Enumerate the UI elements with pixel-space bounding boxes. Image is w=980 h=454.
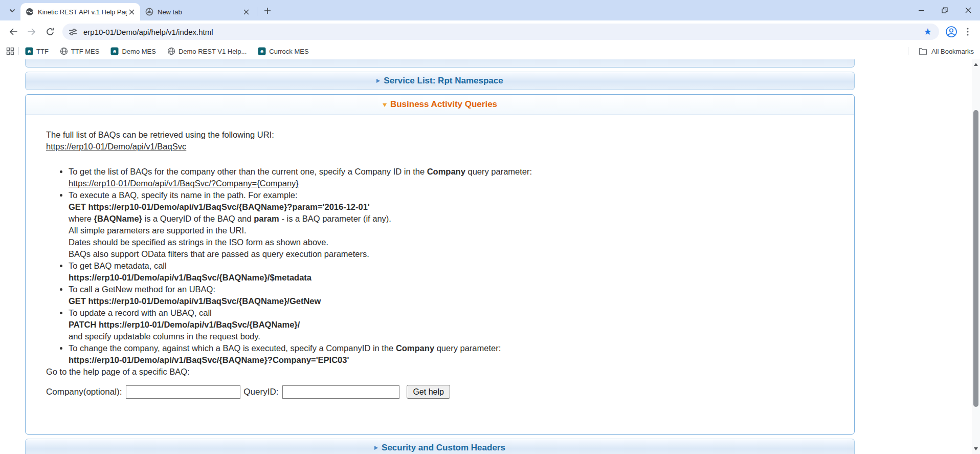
list-item: To get BAQ metadata, callhttps://erp10-0… xyxy=(60,260,834,284)
section-header-security[interactable]: Security and Custom Headers xyxy=(25,439,855,454)
text: All simple parameters are supported in t… xyxy=(69,226,247,235)
epicor-icon: e xyxy=(258,47,266,55)
bookmark-item[interactable]: TTF MES xyxy=(60,47,100,55)
list-line: GET https://erp10-01/Demo/api/v1/BaqSvc/… xyxy=(69,201,834,213)
tab-title: New tab xyxy=(158,8,241,16)
new-tab-button[interactable] xyxy=(261,4,274,17)
list-line: https://erp10-01/Demo/api/v1/BaqSvc/?Com… xyxy=(69,178,834,189)
all-bookmarks-button[interactable]: All Bookmarks xyxy=(904,47,974,55)
list-line: Dates should be specified as strings in … xyxy=(69,236,834,248)
list-item: To get the list of BAQs for the company … xyxy=(60,166,834,189)
window-controls xyxy=(909,0,980,20)
section-header-partial[interactable] xyxy=(25,59,855,68)
text: Dates should be specified as strings in … xyxy=(69,237,328,247)
bookmark-list: eTTFTTF MESeDemo MESDemo REST V1 Help...… xyxy=(25,47,320,55)
list-line: All simple parameters are supported in t… xyxy=(69,225,834,236)
bold-text: {BAQName} xyxy=(94,214,142,223)
list-line: To call a GetNew method for an UBAQ: xyxy=(69,284,834,295)
text: To change the company, against which a B… xyxy=(69,343,396,353)
bookmark-item[interactable]: eCurrock MES xyxy=(258,47,308,55)
restore-button[interactable] xyxy=(933,0,956,20)
baq-section-body: The full list of BAQs can be retrieved u… xyxy=(26,115,854,399)
text: To get BAQ metadata, call xyxy=(69,261,167,270)
svg-text:e: e xyxy=(113,48,116,54)
address-bar[interactable]: erp10-01/Demo/api/help/v1/index.html ★ xyxy=(62,24,939,40)
bookmark-item[interactable]: eDemo MES xyxy=(110,47,155,55)
bold-text: param xyxy=(254,214,279,223)
list-item: To call a GetNew method for an UBAQ:GET … xyxy=(60,284,834,307)
tab-close-icon[interactable] xyxy=(241,7,251,16)
bookmark-star-icon[interactable]: ★ xyxy=(921,26,935,37)
epicor-icon: e xyxy=(110,47,119,55)
scroll-up-arrow[interactable] xyxy=(972,60,980,69)
bookmark-label: Currock MES xyxy=(269,48,308,55)
bookmark-item[interactable]: eTTF xyxy=(25,47,49,55)
company-label: Company(optional): xyxy=(46,386,122,398)
globe-favicon-icon xyxy=(26,8,34,16)
epicor-icon: e xyxy=(25,47,33,55)
list-line: PATCH https://erp10-01/Demo/api/v1/BaqSv… xyxy=(69,319,834,331)
list-line: To update a record with an UBAQ, call xyxy=(69,307,834,319)
bookmarks-separator xyxy=(18,47,19,55)
list-line: GET https://erp10-01/Demo/api/v1/BaqSvc/… xyxy=(69,295,834,307)
text: is a QueryID of the BAQ and xyxy=(142,214,254,223)
company-input[interactable] xyxy=(126,385,240,399)
minimize-button[interactable] xyxy=(909,0,933,20)
baq-service-link[interactable]: https://erp10-01/Demo/api/v1/BaqSvc xyxy=(46,142,186,151)
back-button[interactable] xyxy=(5,23,22,40)
bold-text: https://erp10-01/Demo/api/v1/BaqSvc/{BAQ… xyxy=(69,355,349,364)
expanded-arrow-icon xyxy=(383,103,387,107)
browser-toolbar: erp10-01/Demo/api/help/v1/index.html ★ xyxy=(0,20,980,43)
baq-bullet-list: To get the list of BAQs for the company … xyxy=(60,166,834,366)
get-help-button[interactable]: Get help xyxy=(407,385,450,399)
all-bookmarks-label: All Bookmarks xyxy=(931,48,974,55)
menu-kebab-icon[interactable] xyxy=(960,24,976,40)
url-text[interactable]: erp10-01/Demo/api/help/v1/index.html xyxy=(83,28,921,36)
section-business-activity-queries: Business Activity Queries The full list … xyxy=(25,94,855,435)
list-line: where {BAQName} is a QueryID of the BAQ … xyxy=(69,213,834,225)
globe-icon xyxy=(167,47,175,55)
profile-avatar[interactable] xyxy=(943,24,960,40)
close-window-button[interactable] xyxy=(956,0,980,20)
tab-separator xyxy=(257,7,257,16)
queryid-input[interactable] xyxy=(282,385,399,399)
globe-icon xyxy=(60,47,68,55)
text: - is a BAQ parameter (if any). xyxy=(279,214,391,223)
text: To execute a BAQ, specify its name in th… xyxy=(69,190,298,200)
tab-close-icon[interactable] xyxy=(127,7,136,16)
reload-button[interactable] xyxy=(41,23,59,40)
list-item: To change the company, against which a B… xyxy=(60,342,834,366)
section-header-rpt-namespace[interactable]: Service List: Rpt Namespace xyxy=(25,72,855,90)
forward-button[interactable] xyxy=(23,23,40,40)
tab-title: Kinetic REST API v.1 Help Page xyxy=(38,8,127,16)
apps-grid-icon[interactable] xyxy=(6,47,14,55)
bookmark-label: TTF MES xyxy=(71,48,100,55)
doc-link[interactable]: https://erp10-01/Demo/api/v1/BaqSvc/?Com… xyxy=(69,179,299,188)
bookmark-item[interactable]: Demo REST V1 Help... xyxy=(167,47,247,55)
help-page-content: Service List: Rpt Namespace Business Act… xyxy=(25,59,855,454)
section-header-baq[interactable]: Business Activity Queries xyxy=(26,95,854,115)
bold-text: GET https://erp10-01/Demo/api/v1/BaqSvc/… xyxy=(69,202,370,211)
list-line: https://erp10-01/Demo/api/v1/BaqSvc/{BAQ… xyxy=(69,272,834,284)
collapsed-arrow-icon xyxy=(374,446,378,450)
tab-strip: Kinetic REST API v.1 Help Page New tab xyxy=(0,0,980,20)
bookmarks-bar: eTTFTTF MESeDemo MESDemo REST V1 Help...… xyxy=(0,43,980,59)
chrome-icon xyxy=(145,8,153,16)
list-line: To execute a BAQ, specify its name in th… xyxy=(69,189,834,201)
bookmark-label: Demo REST V1 Help... xyxy=(179,48,247,55)
folder-icon xyxy=(919,48,927,55)
tab-new-tab[interactable]: New tab xyxy=(140,3,255,20)
bookmark-label: Demo MES xyxy=(122,48,155,55)
list-item: To execute a BAQ, specify its name in th… xyxy=(60,189,834,260)
tab-help-page[interactable]: Kinetic REST API v.1 Help Page xyxy=(20,3,140,20)
browser-window: Kinetic REST API v.1 Help Page New tab xyxy=(0,0,980,454)
text: query parameter: xyxy=(465,167,532,176)
scrollbar-thumb[interactable] xyxy=(973,110,978,407)
site-settings-icon[interactable] xyxy=(69,28,77,36)
scroll-down-arrow[interactable] xyxy=(972,445,980,453)
bookmark-label: TTF xyxy=(36,48,49,55)
chevron-down-icon xyxy=(9,7,16,14)
tab-search-button[interactable] xyxy=(5,4,19,18)
page-scrollbar[interactable] xyxy=(972,59,980,454)
section-title: Business Activity Queries xyxy=(390,99,497,110)
